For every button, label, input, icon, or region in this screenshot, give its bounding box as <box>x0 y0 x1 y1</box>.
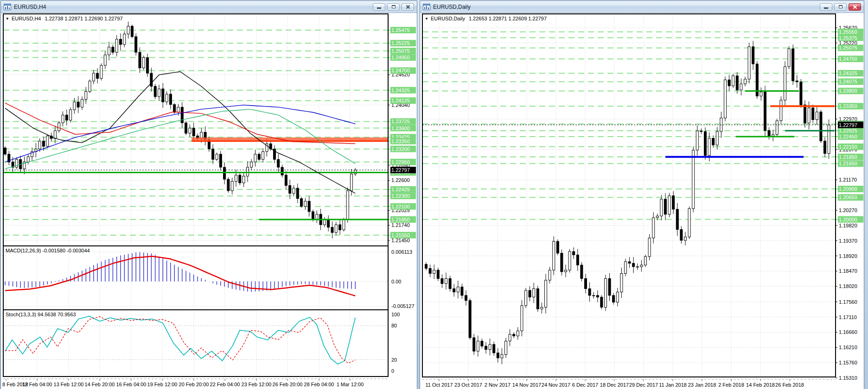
svg-text:1.18020: 1.18020 <box>839 283 857 289</box>
price-chart-canvas[interactable]: 0.0061130.00-0.005127100802001.246201.24… <box>1 13 416 389</box>
stoch-label: Stoch(13,3,3) <box>6 312 36 317</box>
svg-text:-0.005127: -0.005127 <box>391 303 415 309</box>
date-label: 29 Dec 2017 <box>629 382 658 388</box>
trend-segments <box>3 138 388 220</box>
stoch-values: 94.5638 70.9563 <box>38 312 76 317</box>
date-label: 23 Jan 2018 <box>688 382 716 388</box>
svg-text:1.15310: 1.15310 <box>839 375 857 381</box>
svg-text:1.16210: 1.16210 <box>839 345 857 350</box>
restore-button[interactable] <box>387 3 400 11</box>
svg-text:80: 80 <box>391 323 397 328</box>
svg-text:1.15760: 1.15760 <box>839 360 857 365</box>
minimize-button[interactable] <box>820 3 832 11</box>
date-label: 14 Feb 2018 <box>746 382 775 388</box>
date-label: 6 Dec 2017 <box>572 382 598 388</box>
svg-text:1.24325: 1.24325 <box>391 88 410 93</box>
svg-text:100: 100 <box>391 312 400 317</box>
svg-text:1.23725: 1.23725 <box>391 119 410 124</box>
minimize-button[interactable] <box>373 3 385 11</box>
stoch-pane: 10080200 <box>3 312 400 374</box>
date-axis: 8 Feb 201812 Feb 04:0013 Feb 12:0014 Feb… <box>2 379 388 387</box>
date-axis: 11 Oct 201723 Oct 20172 Nov 201714 Nov 2… <box>422 379 836 388</box>
svg-text:20: 20 <box>391 357 397 363</box>
svg-text:1.22600: 1.22600 <box>391 177 410 183</box>
restore-icon <box>392 5 396 8</box>
svg-text:1.23350: 1.23350 <box>839 103 857 109</box>
svg-text:1.23350: 1.23350 <box>391 138 410 144</box>
svg-text:1.22797: 1.22797 <box>391 167 410 173</box>
svg-text:1.21740: 1.21740 <box>391 222 410 228</box>
date-label: 28 Feb 04:00 <box>304 382 334 387</box>
macd-label: MACD(12,26,9) <box>6 248 41 253</box>
date-label: 14 Feb 20:00 <box>85 382 115 387</box>
date-label: 22 Feb 04:00 <box>210 382 240 387</box>
minimize-icon <box>377 7 381 9</box>
svg-text:1.18920: 1.18920 <box>839 253 857 259</box>
ohlc-values: 1.22738 1.22871 1.22690 1.22797 <box>45 16 123 21</box>
close-button[interactable] <box>849 3 861 11</box>
chart-area: 1.256701.252201.229701.220701.211701.202… <box>421 13 863 389</box>
svg-text:1.23200: 1.23200 <box>391 146 410 152</box>
svg-text:1.25550: 1.25550 <box>839 29 857 35</box>
dropdown-arrow-icon[interactable]: ▼ <box>425 17 428 21</box>
grid-lines <box>422 14 836 378</box>
date-label: 26 Feb 2018 <box>775 382 804 388</box>
date-label: 24 Nov 2017 <box>542 382 570 388</box>
svg-text:1.20650: 1.20650 <box>839 194 857 200</box>
pane-borders <box>422 14 836 377</box>
ohlc-header: ▼EURUSD,H41.22738 1.22871 1.22690 1.2279… <box>6 16 123 21</box>
minimize-icon <box>824 7 828 9</box>
svg-text:0: 0 <box>391 368 394 374</box>
svg-text:1.22625: 1.22625 <box>839 128 857 133</box>
svg-text:1.21170: 1.21170 <box>839 177 857 182</box>
svg-text:1.22425: 1.22425 <box>391 187 410 192</box>
date-label: 2 Feb 2018 <box>718 382 744 388</box>
svg-text:1.22950: 1.22950 <box>391 159 410 165</box>
macd-values: -0.001580 -0.003044 <box>42 248 89 253</box>
macd-pane: 0.0061130.00-0.005127 <box>3 249 415 309</box>
ohlc-header: ▼EURUSD,Daily1.22653 1.22871 1.22609 1.2… <box>425 16 547 21</box>
date-label: 18 Dec 2017 <box>600 382 629 388</box>
date-label: 26 Feb 20:00 <box>273 382 303 387</box>
date-label: 12 Feb 04:00 <box>22 382 52 387</box>
chart-window-icon <box>4 4 11 10</box>
window-titlebar[interactable]: EURUSD,H4 <box>1 1 417 13</box>
date-label: 1 Mar 12:00 <box>337 382 364 387</box>
svg-text:1.18470: 1.18470 <box>839 268 857 274</box>
pane-borders <box>3 14 388 376</box>
date-label: 11 Jan 2018 <box>659 382 687 388</box>
date-label: 2 Nov 2017 <box>485 382 511 388</box>
svg-text:1.21650: 1.21650 <box>839 161 857 166</box>
svg-text:1.24125: 1.24125 <box>391 98 410 103</box>
svg-text:1.24075: 1.24075 <box>839 79 857 84</box>
svg-text:0.006113: 0.006113 <box>391 249 412 255</box>
svg-text:1.21450: 1.21450 <box>391 238 410 243</box>
date-label: 13 Feb 12:00 <box>54 382 84 387</box>
svg-text:1.20270: 1.20270 <box>839 207 857 213</box>
svg-text:1.20000: 1.20000 <box>839 217 857 222</box>
svg-text:1.24325: 1.24325 <box>839 70 857 76</box>
grid-lines <box>3 14 388 376</box>
svg-text:1.22300: 1.22300 <box>391 193 410 199</box>
svg-text:1.25225: 1.25225 <box>391 40 410 46</box>
svg-text:1.20900: 1.20900 <box>839 186 857 192</box>
restore-icon <box>839 5 842 8</box>
date-label: 11 Oct 2017 <box>425 382 453 388</box>
chart-window-daily: EURUSD,Daily 1.256701.252201.229701.2207… <box>420 0 864 389</box>
svg-text:1.21850: 1.21850 <box>839 154 857 160</box>
window-title: EURUSD,Daily <box>433 4 818 10</box>
svg-text:1.21850: 1.21850 <box>391 217 410 222</box>
svg-text:1.25475: 1.25475 <box>391 27 410 33</box>
close-button[interactable] <box>402 3 414 11</box>
price-chart-canvas[interactable]: 1.256701.252201.229701.220701.211701.202… <box>421 13 863 389</box>
restore-button[interactable] <box>834 3 847 11</box>
close-icon <box>853 5 857 9</box>
ohlc-values: 1.22653 1.22871 1.22609 1.22797 <box>469 16 547 21</box>
svg-text:1.24700: 1.24700 <box>391 68 410 73</box>
price-axis: 1.256701.252201.229701.220701.211701.202… <box>836 25 863 381</box>
symbol-label: EURUSD,Daily <box>431 16 465 21</box>
dropdown-arrow-icon[interactable]: ▼ <box>6 17 9 21</box>
chart-window-h4: EURUSD,H4 0.0061130.00-0.005127100802001… <box>0 0 417 389</box>
window-titlebar[interactable]: EURUSD,Daily <box>420 1 864 13</box>
date-label: 14 Nov 2017 <box>512 382 541 388</box>
